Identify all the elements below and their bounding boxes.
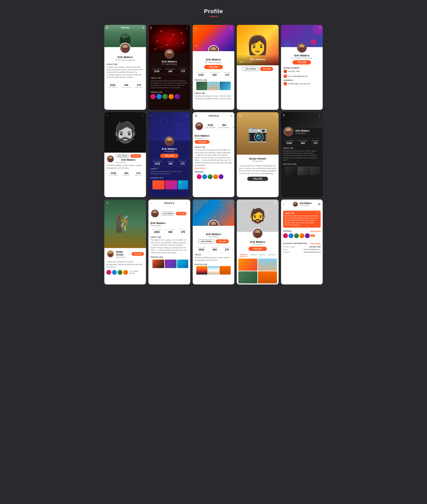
user-sub: Photography <box>296 132 310 134</box>
more-icon-dark[interactable]: ⋮ <box>186 26 189 30</box>
menu-icon[interactable]: ☰ <box>283 114 285 117</box>
photos-label: PHOTOS (325) <box>283 163 321 165</box>
photo-thumb <box>152 260 164 268</box>
friends-tab[interactable]: FRIENDS <box>268 254 276 257</box>
settings-icon[interactable]: ⚙ <box>142 26 144 29</box>
follow-button[interactable]: FOLLOW <box>130 154 141 158</box>
close-icon[interactable]: ✕ <box>239 114 241 117</box>
follow-button[interactable]: FOLLOW <box>247 177 268 181</box>
follow-button[interactable]: FOLLOW <box>260 67 273 71</box>
photo-thumb <box>208 266 219 275</box>
menu-icon-dark[interactable]: ☰ <box>150 26 152 30</box>
follow-button[interactable]: FOLLOW <box>132 252 144 256</box>
back-arrow[interactable]: ← <box>150 202 153 205</box>
card-r1c2: ☰ ⋮ Erik Walters 677 Adams Bypass FOLLOW… <box>148 25 190 110</box>
photos-label: PHOTOS (24) <box>150 177 188 179</box>
address-info: Address 2944 Genoveva Pine <box>283 251 321 253</box>
videos-tab[interactable]: VIDEOS <box>250 254 257 257</box>
about-text: I always love seeing how another photogr… <box>106 260 144 268</box>
follow-button[interactable]: FOLLOW <box>176 212 187 215</box>
back-arrow[interactable]: ← <box>239 201 242 204</box>
svg-line-25 <box>282 116 312 128</box>
add-friend-button[interactable]: ADD FRIEND <box>161 212 175 215</box>
settings-icon[interactable]: ⚙ <box>274 201 277 204</box>
more-dots[interactable]: ⋮ <box>274 26 277 30</box>
phone-info: Phone number 419-691-7500 <box>283 246 321 248</box>
follow-button[interactable]: FOLLOW <box>248 247 267 251</box>
blob-deco <box>313 25 323 35</box>
more-dots[interactable]: ⋮ <box>229 201 232 204</box>
more-friends-badge: +37 <box>310 235 315 237</box>
menu-icon[interactable]: ☰ <box>106 26 109 29</box>
settings-icon[interactable]: ⚙ <box>318 203 321 206</box>
back-arrow[interactable]: ← <box>283 203 286 206</box>
friend-avatar <box>150 94 156 99</box>
more-dots[interactable]: ⋮ <box>186 114 189 117</box>
about-label: ABOUT ME <box>195 92 232 94</box>
friends-stat: FRIENDS 175 <box>179 68 186 73</box>
friend-avatar <box>175 94 180 99</box>
photos-tab[interactable]: PHOTOS <box>240 254 247 257</box>
close-button[interactable]: ✕ <box>319 26 321 29</box>
photo-thumb <box>297 167 309 175</box>
friend-avatar <box>163 94 168 99</box>
add-friend-button[interactable]: ADD FRIEND <box>116 154 129 158</box>
add-friend-button[interactable]: ADD FRIEND <box>242 67 259 71</box>
card-topbar: ☰ ⋮ <box>150 26 188 30</box>
about-text: I saw him speak at a National Geographic… <box>239 165 276 175</box>
photo-thumb <box>220 82 231 90</box>
account-info-label: ACCOUNT INFORMATION <box>283 242 307 244</box>
back-arrow[interactable]: ← <box>106 114 109 117</box>
back-arrow[interactable]: ← <box>150 114 153 117</box>
more-dots[interactable]: ⋮ <box>141 114 144 117</box>
follow-button[interactable]: FOLLOW <box>216 239 229 244</box>
follow-button[interactable]: FOLLOW <box>160 154 179 158</box>
edit-icon[interactable]: ✏ <box>230 115 232 117</box>
follower-stat: FOLLOWER 2318 <box>197 246 206 251</box>
follow-button[interactable]: FOLLOW <box>204 65 223 69</box>
back-arrow[interactable]: ← <box>195 26 198 30</box>
more-dots[interactable]: ⋮ <box>185 202 188 205</box>
edit-icon[interactable]: ✏ <box>317 212 319 214</box>
user-name: Alta Stevens <box>239 58 276 61</box>
user-sub: Photography <box>116 161 141 163</box>
about-label: ABOUT ME <box>285 212 319 214</box>
posts-tab[interactable]: POSTS <box>259 254 265 257</box>
menu-icon[interactable]: ☰ <box>195 114 197 117</box>
photos-label: PHOTOS (25) <box>150 256 188 258</box>
close-icon[interactable]: ✕ <box>106 201 109 204</box>
user-sub: Photography <box>150 225 188 227</box>
following-stat: FOLLOWING 364 <box>298 140 308 145</box>
about-label: ABOUT <box>195 254 232 256</box>
card-r3c5: ← Erik Walters Photography ⚙ ABOUT ME I … <box>281 199 323 284</box>
card-r2c3: ☰ PROFILE ✏ 2318FOLLOWER 364FOLLOWING 17… <box>193 112 234 197</box>
photographer-photo: 📷 <box>247 124 268 143</box>
back-arrow[interactable]: ← <box>239 26 242 30</box>
view-more-friends[interactable]: VIEW MORE <box>310 230 321 232</box>
follower-stat: FOLLOWER 2318 <box>152 68 161 73</box>
photos-stat: PHOTOS 175 <box>179 160 186 165</box>
view-more-link[interactable]: View more >> <box>195 167 232 169</box>
more-dots[interactable]: ⋮ <box>274 114 277 117</box>
user-name: Erik Walters <box>193 233 234 236</box>
card-r2c1: 🧔 ← ⋮ ADD FRIEND FOLLOW Erik Walters Pho… <box>104 112 146 197</box>
friends-stat: 175 FRIENDS <box>135 84 143 88</box>
photo-thumb <box>196 266 207 275</box>
hiker-photo: 🧗 <box>115 214 135 233</box>
add-friend-button[interactable]: ADD FRIEND <box>198 239 215 244</box>
follow-button[interactable]: FOLLOW <box>293 60 311 64</box>
photo-thumb <box>258 259 277 271</box>
follow-button[interactable]: FOLLOW <box>195 140 209 144</box>
about-text: Published wedding, beauty, fashion, port… <box>106 164 144 169</box>
card-r2c4: 📷 ✕ ⋮ Bryan Howell Photography I saw him… <box>237 112 278 197</box>
view-more-account[interactable]: VIEW MORE <box>310 243 321 245</box>
about-text: Earrings add beauty to a face. Different… <box>195 95 232 100</box>
about-label: ABOUT ME <box>150 236 188 238</box>
about-text: Earrings add beauty to a face. Different… <box>283 150 321 161</box>
page-title: Profile <box>4 8 423 15</box>
photo-thumb <box>165 180 177 190</box>
more-dots[interactable]: ⋮ <box>318 114 321 117</box>
more-dots[interactable]: ⋮ <box>229 26 232 30</box>
friends-section-label: FRIENDS <box>283 230 292 232</box>
back-arrow[interactable]: ← <box>195 201 198 204</box>
